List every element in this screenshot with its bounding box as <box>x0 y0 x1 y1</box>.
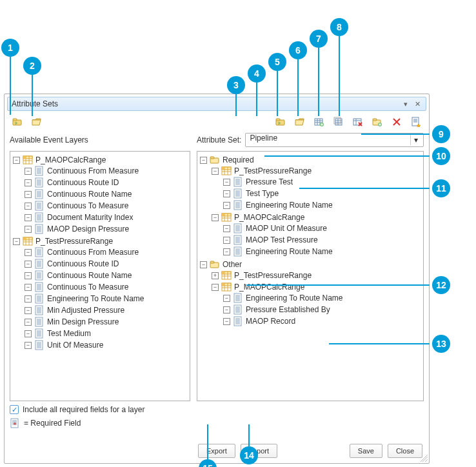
expander-icon[interactable] <box>212 214 219 221</box>
expander-icon[interactable] <box>25 168 32 175</box>
tree-node[interactable]: Continuous From Measure <box>25 166 188 176</box>
field-icon <box>34 328 45 339</box>
expander-icon[interactable] <box>13 238 20 245</box>
tree-node[interactable]: Required <box>200 155 422 165</box>
save-button[interactable]: Save <box>350 444 382 458</box>
layer-icon <box>221 166 232 176</box>
collapse-all-left-button[interactable] <box>29 115 45 129</box>
expander-icon[interactable] <box>25 261 32 268</box>
tree-node[interactable]: P_TestPressureRange <box>212 166 422 176</box>
tree-node[interactable]: Engineering Route Name <box>223 246 422 257</box>
new-folder-button[interactable] <box>370 115 385 129</box>
expander-icon[interactable] <box>223 248 230 255</box>
tree-node[interactable]: Document Maturity Index <box>25 212 188 223</box>
tree-node[interactable]: Engineering To Route Name <box>223 293 422 303</box>
tree-label: Continuous Route Name <box>47 190 132 199</box>
tree-node[interactable]: Continuous To Measure <box>25 201 188 211</box>
expander-icon[interactable] <box>223 190 230 197</box>
tree-node[interactable]: Other <box>200 259 422 270</box>
expander-icon[interactable] <box>25 342 32 349</box>
new-attribute-set-button[interactable] <box>312 115 327 129</box>
tree-node[interactable]: Continuous To Measure <box>25 282 188 292</box>
close-button[interactable]: Close <box>388 444 422 458</box>
tree-label: Engineering To Route Name <box>246 293 343 303</box>
expander-icon[interactable] <box>25 249 32 256</box>
expander-icon[interactable] <box>25 272 32 279</box>
attribute-set-value: Pipeline <box>250 134 277 143</box>
expander-icon[interactable] <box>25 179 32 186</box>
expander-icon[interactable] <box>25 214 32 221</box>
expander-icon[interactable] <box>25 330 32 337</box>
tree-node[interactable]: Engineering To Route Name <box>25 293 188 304</box>
expander-icon[interactable] <box>223 237 230 244</box>
export-button[interactable]: Export <box>198 444 235 458</box>
tree-node[interactable]: Engineering Route Name <box>223 200 422 210</box>
expander-icon[interactable] <box>25 226 32 233</box>
tree-node[interactable]: P_MAOPCalcRange <box>212 282 422 292</box>
expander-icon[interactable] <box>223 225 230 232</box>
tree-node[interactable]: Continuous Route ID <box>25 177 188 188</box>
tree-node[interactable]: Continuous From Measure <box>25 247 188 257</box>
attribute-sets-dialog: Attribute Sets ▾ ✕ Available Event Layer… <box>4 94 430 464</box>
tree-node[interactable]: Continuous Route ID <box>25 259 188 269</box>
field-icon <box>34 166 45 176</box>
tree-node[interactable]: Pressure Test <box>223 177 422 187</box>
expander-icon[interactable] <box>223 179 230 186</box>
tree-node[interactable]: Min Design Pressure <box>25 317 188 327</box>
tree-node[interactable]: Test Medium <box>25 328 188 339</box>
expander-icon[interactable] <box>25 295 32 303</box>
tree-node[interactable]: P_TestPressureRange <box>212 270 422 281</box>
tree-label: P_TestPressureRange <box>234 166 312 175</box>
tree-node[interactable]: Test Type <box>223 188 422 199</box>
import-button[interactable]: Import <box>241 444 277 458</box>
tree-label: MAOP Record <box>246 317 295 326</box>
field-icon <box>233 200 243 210</box>
expander-icon[interactable] <box>223 295 230 302</box>
delete-attribute-set-button[interactable] <box>350 115 366 129</box>
layer-icon <box>221 282 232 292</box>
tree-node[interactable]: P_MAOPCalcRange <box>212 212 422 223</box>
expander-icon[interactable] <box>13 157 20 164</box>
tree-node[interactable]: Min Adjusted Pressure <box>25 305 188 315</box>
tree-node[interactable]: MAOP Design Pressure <box>25 224 188 234</box>
include-required-checkbox[interactable] <box>10 405 19 414</box>
expander-icon[interactable] <box>25 203 32 210</box>
tree-node[interactable]: P_MAOPCalcRange <box>13 155 188 165</box>
collapse-icon[interactable]: ▾ <box>401 99 410 108</box>
tree-node[interactable]: Pressure Established By <box>223 304 422 315</box>
field-icon <box>233 177 243 187</box>
copy-attribute-set-button[interactable] <box>331 115 346 129</box>
field-icon <box>34 212 45 223</box>
expander-icon[interactable] <box>212 272 219 279</box>
expander-icon[interactable] <box>25 319 32 326</box>
tree-node[interactable]: MAOP Test Pressure <box>223 235 422 245</box>
collapse-all-right-button[interactable] <box>292 115 308 129</box>
tree-label: P_MAOPCalcRange <box>234 213 304 222</box>
expander-icon[interactable] <box>25 307 32 314</box>
expander-icon[interactable] <box>25 284 32 291</box>
tree-label: Continuous To Measure <box>47 283 129 292</box>
expander-icon[interactable] <box>212 168 219 175</box>
required-fields-info-button[interactable] <box>408 115 424 129</box>
tree-node[interactable]: Continuous Route Name <box>25 270 188 281</box>
tree-node[interactable]: MAOP Record <box>223 316 422 326</box>
attribute-set-select[interactable]: Pipeline ▾ <box>245 133 424 147</box>
expand-all-left-button[interactable] <box>10 115 25 129</box>
expander-icon[interactable] <box>212 284 219 291</box>
folder-icon <box>210 259 220 270</box>
expander-icon[interactable] <box>223 306 230 313</box>
expander-icon[interactable] <box>223 202 230 209</box>
field-icon <box>34 305 45 315</box>
tree-node[interactable]: Unit Of Measure <box>25 340 188 350</box>
expander-icon[interactable] <box>200 157 207 164</box>
tree-node[interactable]: Continuous Route Name <box>25 189 188 199</box>
expander-icon[interactable] <box>200 261 207 268</box>
tree-node[interactable]: P_TestPressureRange <box>13 236 188 246</box>
expander-icon[interactable] <box>223 318 230 325</box>
expand-all-right-button[interactable] <box>273 115 288 129</box>
remove-button[interactable] <box>389 115 404 129</box>
expander-icon[interactable] <box>25 191 32 198</box>
resize-gripper[interactable] <box>420 454 428 462</box>
tree-node[interactable]: MAOP Unit Of Measure <box>223 223 422 234</box>
close-icon[interactable]: ✕ <box>413 99 422 108</box>
